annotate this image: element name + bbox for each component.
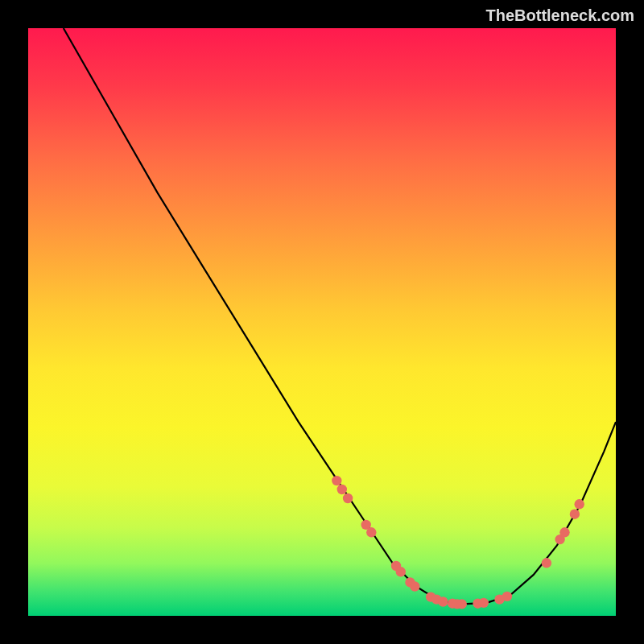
chart-container: TheBottleneck.com: [0, 0, 644, 644]
marker-dot: [410, 581, 419, 591]
marker-dot: [575, 499, 584, 509]
marker-dot: [559, 527, 569, 537]
marker-dot: [457, 599, 467, 609]
curve-markers: [332, 476, 584, 609]
marker-dot: [438, 597, 448, 606]
marker-dot: [332, 476, 341, 485]
chart-svg: [28, 28, 616, 616]
marker-dot: [542, 558, 551, 568]
marker-dot: [396, 567, 406, 576]
marker-dot: [479, 598, 489, 608]
marker-dot: [343, 493, 353, 503]
marker-dot: [502, 592, 512, 601]
marker-dot: [337, 485, 347, 494]
bottleneck-curve: [64, 28, 616, 604]
plot-area: [28, 28, 616, 616]
watermark: TheBottleneck.com: [486, 6, 634, 25]
marker-dot: [366, 527, 376, 537]
marker-dot: [570, 510, 580, 519]
